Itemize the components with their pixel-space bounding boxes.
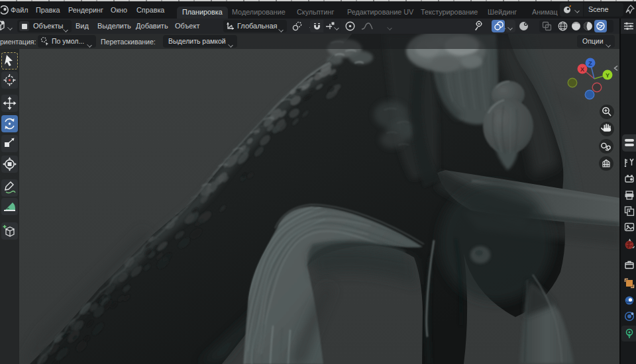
svg-text:X: X	[580, 66, 584, 73]
svg-text:Z: Z	[588, 60, 592, 67]
svg-text:Y: Y	[606, 72, 610, 79]
